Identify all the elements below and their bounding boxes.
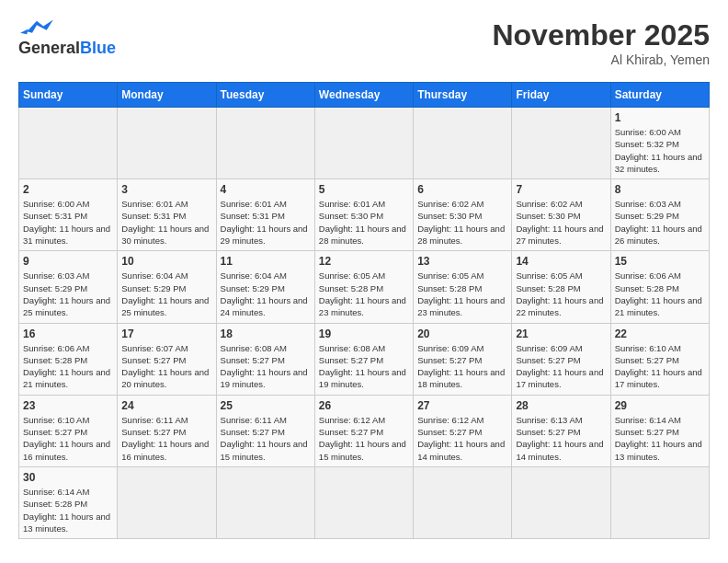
- calendar-cell: [512, 108, 610, 179]
- day-number: 13: [417, 255, 507, 268]
- calendar-cell: [512, 466, 610, 538]
- calendar-cell: 24Sunrise: 6:11 AMSunset: 5:27 PMDayligh…: [118, 395, 216, 466]
- calendar-cell: 7Sunrise: 6:02 AMSunset: 5:30 PMDaylight…: [512, 179, 610, 251]
- calendar-table: SundayMondayTuesdayWednesdayThursdayFrid…: [18, 82, 710, 539]
- col-header-wednesday: Wednesday: [314, 83, 413, 108]
- day-number: 25: [221, 399, 311, 412]
- day-number: 28: [516, 399, 606, 412]
- day-info: Sunrise: 6:11 AMSunset: 5:27 PMDaylight:…: [221, 414, 311, 463]
- col-header-saturday: Saturday: [610, 83, 709, 108]
- day-number: 3: [121, 183, 211, 196]
- day-number: 23: [23, 399, 113, 412]
- calendar-cell: [414, 108, 512, 179]
- day-info: Sunrise: 6:06 AMSunset: 5:28 PMDaylight:…: [23, 342, 113, 391]
- calendar-cell: 1Sunrise: 6:00 AMSunset: 5:32 PMDaylight…: [610, 108, 709, 179]
- day-number: 24: [121, 399, 211, 412]
- logo-blue: Blue: [80, 39, 116, 58]
- calendar-cell: 2Sunrise: 6:00 AMSunset: 5:31 PMDaylight…: [19, 179, 118, 251]
- calendar-cell: 19Sunrise: 6:08 AMSunset: 5:27 PMDayligh…: [314, 323, 413, 395]
- day-info: Sunrise: 6:09 AMSunset: 5:27 PMDaylight:…: [516, 342, 606, 391]
- calendar-cell: 11Sunrise: 6:04 AMSunset: 5:29 PMDayligh…: [216, 251, 314, 323]
- logo: General Blue: [18, 18, 116, 58]
- day-number: 15: [615, 255, 705, 268]
- day-info: Sunrise: 6:03 AMSunset: 5:29 PMDaylight:…: [23, 270, 113, 318]
- calendar-cell: 8Sunrise: 6:03 AMSunset: 5:29 PMDaylight…: [610, 179, 709, 251]
- day-number: 16: [23, 327, 113, 340]
- day-info: Sunrise: 6:00 AMSunset: 5:32 PMDaylight:…: [615, 126, 705, 175]
- day-info: Sunrise: 6:07 AMSunset: 5:27 PMDaylight:…: [121, 342, 211, 391]
- day-number: 1: [615, 111, 705, 124]
- page-header: General Blue November 2025 Al Khirab, Ye…: [18, 18, 710, 67]
- col-header-sunday: Sunday: [19, 83, 118, 108]
- day-info: Sunrise: 6:04 AMSunset: 5:29 PMDaylight:…: [121, 270, 211, 318]
- logo-general: General: [18, 39, 80, 58]
- day-number: 17: [121, 327, 211, 340]
- day-number: 22: [615, 327, 705, 340]
- calendar-week-6: 30Sunrise: 6:14 AMSunset: 5:28 PMDayligh…: [19, 466, 710, 538]
- day-number: 6: [417, 183, 507, 196]
- day-info: Sunrise: 6:02 AMSunset: 5:30 PMDaylight:…: [417, 198, 507, 247]
- day-info: Sunrise: 6:08 AMSunset: 5:27 PMDaylight:…: [221, 342, 311, 391]
- calendar-cell: 26Sunrise: 6:12 AMSunset: 5:27 PMDayligh…: [314, 395, 413, 466]
- calendar-cell: [314, 466, 413, 538]
- day-number: 29: [615, 399, 705, 412]
- day-info: Sunrise: 6:08 AMSunset: 5:27 PMDaylight:…: [319, 342, 409, 391]
- day-number: 2: [23, 183, 113, 196]
- calendar-cell: 13Sunrise: 6:05 AMSunset: 5:28 PMDayligh…: [414, 251, 512, 323]
- day-number: 18: [221, 327, 311, 340]
- col-header-friday: Friday: [512, 83, 610, 108]
- day-info: Sunrise: 6:13 AMSunset: 5:27 PMDaylight:…: [516, 414, 606, 463]
- day-number: 4: [221, 183, 311, 196]
- day-number: 10: [121, 255, 211, 268]
- day-info: Sunrise: 6:05 AMSunset: 5:28 PMDaylight:…: [417, 270, 507, 318]
- col-header-thursday: Thursday: [414, 83, 512, 108]
- calendar-cell: 10Sunrise: 6:04 AMSunset: 5:29 PMDayligh…: [118, 251, 216, 323]
- calendar-cell: 16Sunrise: 6:06 AMSunset: 5:28 PMDayligh…: [19, 323, 118, 395]
- calendar-cell: 15Sunrise: 6:06 AMSunset: 5:28 PMDayligh…: [610, 251, 709, 323]
- col-header-tuesday: Tuesday: [216, 83, 314, 108]
- calendar-week-1: 1Sunrise: 6:00 AMSunset: 5:32 PMDaylight…: [19, 108, 710, 179]
- calendar-cell: 28Sunrise: 6:13 AMSunset: 5:27 PMDayligh…: [512, 395, 610, 466]
- day-info: Sunrise: 6:05 AMSunset: 5:28 PMDaylight:…: [516, 270, 606, 318]
- logo-icon: [18, 18, 55, 37]
- calendar-cell: [19, 108, 118, 179]
- svg-marker-1: [20, 29, 28, 34]
- day-info: Sunrise: 6:00 AMSunset: 5:31 PMDaylight:…: [23, 198, 113, 247]
- col-header-monday: Monday: [118, 83, 216, 108]
- calendar-cell: 27Sunrise: 6:12 AMSunset: 5:27 PMDayligh…: [414, 395, 512, 466]
- calendar-cell: [216, 108, 314, 179]
- day-info: Sunrise: 6:01 AMSunset: 5:30 PMDaylight:…: [319, 198, 409, 247]
- calendar-cell: 22Sunrise: 6:10 AMSunset: 5:27 PMDayligh…: [610, 323, 709, 395]
- calendar-cell: [610, 466, 709, 538]
- calendar-week-3: 9Sunrise: 6:03 AMSunset: 5:29 PMDaylight…: [19, 251, 710, 323]
- day-number: 26: [319, 399, 409, 412]
- day-number: 14: [516, 255, 606, 268]
- day-info: Sunrise: 6:01 AMSunset: 5:31 PMDaylight:…: [121, 198, 211, 247]
- day-info: Sunrise: 6:09 AMSunset: 5:27 PMDaylight:…: [417, 342, 507, 391]
- svg-marker-0: [27, 19, 53, 32]
- day-number: 21: [516, 327, 606, 340]
- calendar-cell: 25Sunrise: 6:11 AMSunset: 5:27 PMDayligh…: [216, 395, 314, 466]
- calendar-cell: 6Sunrise: 6:02 AMSunset: 5:30 PMDaylight…: [414, 179, 512, 251]
- day-info: Sunrise: 6:05 AMSunset: 5:28 PMDaylight:…: [319, 270, 409, 318]
- day-number: 27: [417, 399, 507, 412]
- month-title: November 2025: [492, 18, 710, 52]
- day-info: Sunrise: 6:12 AMSunset: 5:27 PMDaylight:…: [319, 414, 409, 463]
- calendar-cell: 30Sunrise: 6:14 AMSunset: 5:28 PMDayligh…: [19, 466, 118, 538]
- calendar-week-5: 23Sunrise: 6:10 AMSunset: 5:27 PMDayligh…: [19, 395, 710, 466]
- calendar-cell: [118, 466, 216, 538]
- calendar-cell: 4Sunrise: 6:01 AMSunset: 5:31 PMDaylight…: [216, 179, 314, 251]
- day-info: Sunrise: 6:11 AMSunset: 5:27 PMDaylight:…: [121, 414, 211, 463]
- calendar-cell: 14Sunrise: 6:05 AMSunset: 5:28 PMDayligh…: [512, 251, 610, 323]
- calendar-week-2: 2Sunrise: 6:00 AMSunset: 5:31 PMDaylight…: [19, 179, 710, 251]
- day-info: Sunrise: 6:01 AMSunset: 5:31 PMDaylight:…: [221, 198, 311, 247]
- calendar-cell: 5Sunrise: 6:01 AMSunset: 5:30 PMDaylight…: [314, 179, 413, 251]
- calendar-header-row: SundayMondayTuesdayWednesdayThursdayFrid…: [19, 83, 710, 108]
- location-subtitle: Al Khirab, Yemen: [492, 52, 710, 67]
- day-number: 30: [23, 471, 113, 484]
- day-number: 12: [319, 255, 409, 268]
- day-info: Sunrise: 6:14 AMSunset: 5:28 PMDaylight:…: [23, 486, 113, 534]
- day-info: Sunrise: 6:12 AMSunset: 5:27 PMDaylight:…: [417, 414, 507, 463]
- day-info: Sunrise: 6:10 AMSunset: 5:27 PMDaylight:…: [615, 342, 705, 391]
- day-info: Sunrise: 6:10 AMSunset: 5:27 PMDaylight:…: [23, 414, 113, 463]
